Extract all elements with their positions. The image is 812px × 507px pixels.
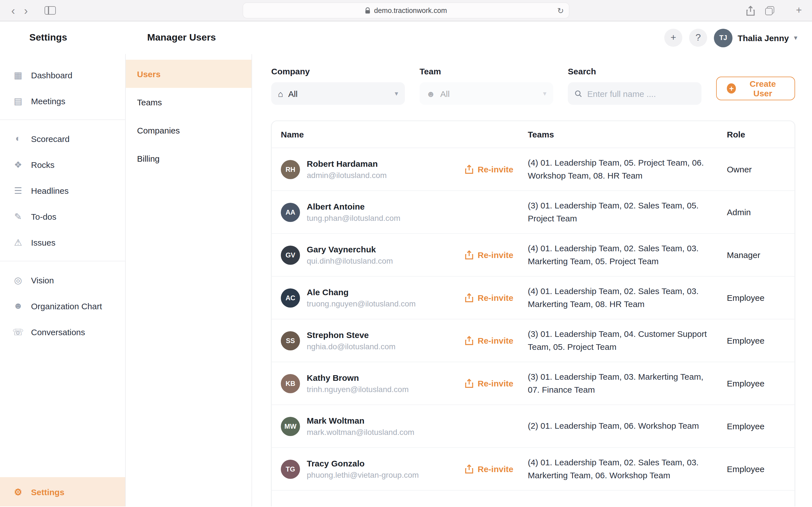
user-name: Ale Chang	[307, 287, 457, 297]
sidebar-item-headlines[interactable]: ☰ Headlines	[0, 177, 125, 203]
upload-icon	[465, 379, 474, 388]
address-bar[interactable]: demo.tractionwork.com ↻	[243, 3, 569, 18]
tabs-overview-icon[interactable]	[765, 6, 774, 15]
sidebar-item-organization-chart[interactable]: ☻ Organization Chart	[0, 293, 125, 319]
add-button[interactable]: +	[664, 29, 682, 47]
forward-button[interactable]: ›	[19, 4, 32, 17]
sidebar-item-vision[interactable]: ◎ Vision	[0, 267, 125, 293]
team-filter-label: Team	[419, 66, 553, 76]
create-user-label: Create User	[741, 79, 784, 98]
company-filter-label: Company	[271, 66, 405, 76]
team-dropdown[interactable]: ☻ All ▾	[419, 82, 553, 105]
app-header: Settings Manager Users + ? TJ Thalia Jen…	[0, 21, 812, 54]
sidebar-divider	[0, 261, 125, 262]
user-email: phuong.lethi@vietan-group.com	[307, 470, 457, 480]
rocks-icon: ❖	[12, 159, 24, 170]
table-row: AC Ale Chang truong.nguyen@ilotusland.co…	[272, 277, 795, 320]
company-icon: ⌂	[278, 89, 283, 98]
user-email: qui.dinh@ilotusland.com	[307, 256, 457, 265]
team-icon: ☻	[426, 89, 435, 98]
user-name: Kathy Brown	[307, 373, 457, 383]
reinvite-button[interactable]: Re-invite	[465, 293, 513, 302]
reinvite-button[interactable]: Re-invite	[465, 250, 513, 260]
upload-icon	[465, 336, 474, 345]
user-name: Mark Woltman	[307, 416, 457, 425]
user-teams: (4) 01. Leadership Team, 05. Project Tea…	[528, 149, 727, 190]
sidebar-item-label: Meetings	[31, 96, 65, 106]
company-dropdown[interactable]: ⌂ All ▾	[271, 82, 405, 105]
team-dropdown-value: All	[441, 89, 450, 98]
user-menu[interactable]: TJ Thalia Jenny ▾	[714, 29, 797, 47]
create-user-button[interactable]: + Create User	[716, 76, 795, 100]
sidebar-item-settings[interactable]: ⚙ Settings	[0, 477, 125, 506]
sidebar-toggle-icon[interactable]	[45, 6, 56, 15]
table-row: GV Gary Vaynerchuk qui.dinh@ilotusland.c…	[272, 234, 795, 277]
new-tab-button[interactable]: +	[793, 4, 805, 16]
sidebar-item-label: Issues	[31, 237, 56, 247]
avatar-initials: AA	[286, 208, 296, 216]
chevron-down-icon: ▾	[794, 34, 797, 42]
upload-icon	[465, 250, 474, 260]
sidebar-item-label: Conversations	[31, 327, 85, 337]
sidebar-item-label: Vision	[31, 275, 54, 285]
avatar: AA	[281, 203, 300, 222]
settings-nav-teams[interactable]: Teams	[126, 88, 252, 116]
user-role: Employee	[727, 379, 785, 388]
sidebar-item-label: Organization Chart	[31, 301, 102, 311]
avatar: TJ	[714, 29, 732, 47]
search-input[interactable]	[587, 89, 695, 98]
refresh-icon[interactable]: ↻	[557, 6, 564, 15]
avatar-initials: AC	[286, 294, 296, 302]
sidebar-item-conversations[interactable]: ☏ Conversations	[0, 319, 125, 345]
search-icon	[574, 89, 582, 98]
table-body: RH Robert Hardaman admin@ilotusland.com …	[272, 148, 795, 491]
user-teams: (2) 01. Leadership Team, 06. Workshop Te…	[528, 412, 727, 441]
browser-toolbar: ‹ › demo.tractionwork.com ↻ +	[0, 0, 812, 21]
reinvite-button[interactable]: Re-invite	[465, 336, 513, 345]
headlines-icon: ☰	[12, 185, 24, 196]
user-email: admin@ilotusland.com	[307, 171, 457, 180]
user-role: Employee	[727, 464, 785, 474]
user-name: Gary Vaynerchuk	[307, 244, 457, 254]
sidebar-item-todos[interactable]: ✎ To-dos	[0, 203, 125, 229]
sidebar-item-label: Headlines	[31, 186, 68, 195]
search-filter-label: Search	[568, 66, 702, 76]
sidebar: ▦ Dashboard ▤ Meetings ◐ Scorecard ❖ Roc…	[0, 54, 126, 506]
todos-icon: ✎	[12, 211, 24, 222]
upload-icon	[465, 293, 474, 302]
upload-icon	[465, 464, 474, 474]
scorecard-icon: ◐	[12, 133, 24, 144]
table-row: SS Strephon Steve nghia.do@ilotusland.co…	[272, 320, 795, 362]
settings-nav-users[interactable]: Users	[126, 60, 252, 88]
settings-nav-companies[interactable]: Companies	[126, 116, 252, 144]
sidebar-item-scorecard[interactable]: ◐ Scorecard	[0, 126, 125, 152]
sidebar-item-meetings[interactable]: ▤ Meetings	[0, 88, 125, 114]
search-filter: Search	[568, 66, 702, 105]
sidebar-item-rocks[interactable]: ❖ Rocks	[0, 152, 125, 177]
settings-nav-billing[interactable]: Billing	[126, 144, 252, 172]
help-button[interactable]: ?	[689, 29, 707, 47]
user-name: Strephon Steve	[307, 330, 457, 340]
back-button[interactable]: ‹	[7, 4, 19, 17]
reinvite-button[interactable]: Re-invite	[465, 464, 513, 474]
sidebar-item-dashboard[interactable]: ▦ Dashboard	[0, 62, 125, 88]
avatar-initials: SS	[286, 337, 295, 344]
sidebar-item-label: Rocks	[31, 160, 54, 169]
reinvite-button[interactable]: Re-invite	[465, 165, 513, 174]
user-email: trinh.nguyen@ilotusland.com	[307, 385, 457, 394]
app-title: Settings	[0, 32, 126, 43]
user-email: truong.nguyen@ilotusland.com	[307, 299, 457, 308]
table-header: Name Teams Role	[272, 121, 795, 148]
user-teams: (3) 01. Leadership Team, 04. Customer Su…	[528, 320, 727, 361]
avatar: MW	[281, 416, 300, 436]
table-row: AA Albert Antoine tung.phan@ilotusland.c…	[272, 191, 795, 234]
user-name: Robert Hardaman	[307, 159, 457, 168]
column-role: Role	[727, 129, 785, 139]
user-role: Admin	[727, 207, 785, 217]
share-icon[interactable]	[746, 5, 755, 15]
sidebar-item-issues[interactable]: ⚠ Issues	[0, 229, 125, 255]
reinvite-button[interactable]: Re-invite	[465, 379, 513, 388]
sidebar-divider	[0, 119, 125, 120]
page-title: Manager Users	[147, 32, 216, 43]
avatar-initials: RH	[286, 165, 296, 173]
